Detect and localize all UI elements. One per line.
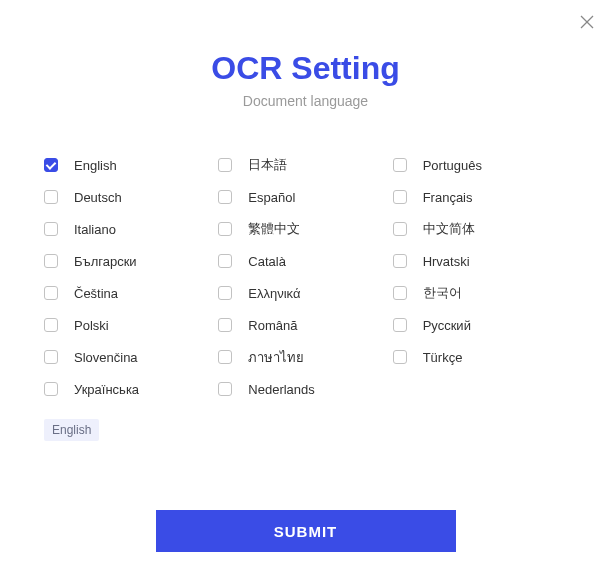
language-item: Français <box>393 181 567 213</box>
language-label[interactable]: 中文简体 <box>423 220 475 238</box>
language-label[interactable]: Français <box>423 190 473 205</box>
language-column: PortuguêsFrançais中文简体Hrvatski한국어РусскийT… <box>393 149 567 405</box>
language-label[interactable]: English <box>74 158 117 173</box>
language-item: Hrvatski <box>393 245 567 277</box>
language-checkbox[interactable] <box>44 190 58 204</box>
language-checkbox[interactable] <box>218 190 232 204</box>
language-item: 繁體中文 <box>218 213 392 245</box>
language-label[interactable]: Čeština <box>74 286 118 301</box>
language-checkbox[interactable] <box>393 222 407 236</box>
language-checkbox[interactable] <box>393 318 407 332</box>
language-item: Español <box>218 181 392 213</box>
language-label[interactable]: Türkçe <box>423 350 463 365</box>
language-checkbox[interactable] <box>44 222 58 236</box>
close-icon <box>579 14 595 30</box>
language-label[interactable]: Español <box>248 190 295 205</box>
language-checkbox[interactable] <box>44 254 58 268</box>
language-checkbox[interactable] <box>393 158 407 172</box>
language-checkbox[interactable] <box>44 286 58 300</box>
language-label[interactable]: Português <box>423 158 482 173</box>
language-item: Български <box>44 245 218 277</box>
language-checkbox[interactable] <box>393 190 407 204</box>
language-checkbox[interactable] <box>218 286 232 300</box>
language-checkbox[interactable] <box>218 222 232 236</box>
language-label[interactable]: Български <box>74 254 137 269</box>
language-checkbox[interactable] <box>44 350 58 364</box>
close-button[interactable] <box>579 14 595 30</box>
language-item: Čeština <box>44 277 218 309</box>
language-grid: EnglishDeutschItalianoБългарскиČeštinaPo… <box>0 109 611 405</box>
language-checkbox[interactable] <box>393 350 407 364</box>
language-label[interactable]: Українська <box>74 382 139 397</box>
language-item: ภาษาไทย <box>218 341 392 373</box>
language-checkbox[interactable] <box>218 158 232 172</box>
language-label[interactable]: 한국어 <box>423 284 462 302</box>
language-column: 日本語Español繁體中文CatalàΕλληνικάRomânăภาษาไท… <box>218 149 392 405</box>
language-column: EnglishDeutschItalianoБългарскиČeštinaPo… <box>44 149 218 405</box>
language-checkbox[interactable] <box>44 382 58 396</box>
language-label[interactable]: Slovenčina <box>74 350 138 365</box>
selected-language-tag[interactable]: English <box>44 419 99 441</box>
language-item: 한국어 <box>393 277 567 309</box>
language-checkbox[interactable] <box>218 382 232 396</box>
language-item: Català <box>218 245 392 277</box>
language-checkbox[interactable] <box>218 318 232 332</box>
language-label[interactable]: Ελληνικά <box>248 286 300 301</box>
language-label[interactable]: ภาษาไทย <box>248 347 304 368</box>
language-label[interactable]: Русский <box>423 318 471 333</box>
language-label[interactable]: Català <box>248 254 286 269</box>
language-item: Ελληνικά <box>218 277 392 309</box>
language-label[interactable]: Hrvatski <box>423 254 470 269</box>
language-checkbox[interactable] <box>393 254 407 268</box>
header: OCR Setting Document language <box>0 0 611 109</box>
language-checkbox[interactable] <box>44 318 58 332</box>
language-item: Italiano <box>44 213 218 245</box>
language-item: English <box>44 149 218 181</box>
language-item: Polski <box>44 309 218 341</box>
language-checkbox[interactable] <box>218 254 232 268</box>
language-item: Русский <box>393 309 567 341</box>
language-checkbox[interactable] <box>218 350 232 364</box>
language-item: Română <box>218 309 392 341</box>
page-title: OCR Setting <box>0 50 611 87</box>
language-item: Українська <box>44 373 218 405</box>
language-checkbox[interactable] <box>44 158 58 172</box>
language-item: 日本語 <box>218 149 392 181</box>
language-label[interactable]: 日本語 <box>248 156 287 174</box>
language-label[interactable]: Italiano <box>74 222 116 237</box>
selected-languages: English <box>0 405 611 441</box>
language-item: Nederlands <box>218 373 392 405</box>
language-label[interactable]: Nederlands <box>248 382 315 397</box>
language-item: Português <box>393 149 567 181</box>
language-checkbox[interactable] <box>393 286 407 300</box>
page-subtitle: Document language <box>0 93 611 109</box>
language-label[interactable]: Polski <box>74 318 109 333</box>
language-label[interactable]: Română <box>248 318 297 333</box>
language-item: Türkçe <box>393 341 567 373</box>
language-label[interactable]: 繁體中文 <box>248 220 300 238</box>
language-item: 中文简体 <box>393 213 567 245</box>
language-item: Slovenčina <box>44 341 218 373</box>
submit-button[interactable]: SUBMIT <box>156 510 456 552</box>
language-item: Deutsch <box>44 181 218 213</box>
language-label[interactable]: Deutsch <box>74 190 122 205</box>
